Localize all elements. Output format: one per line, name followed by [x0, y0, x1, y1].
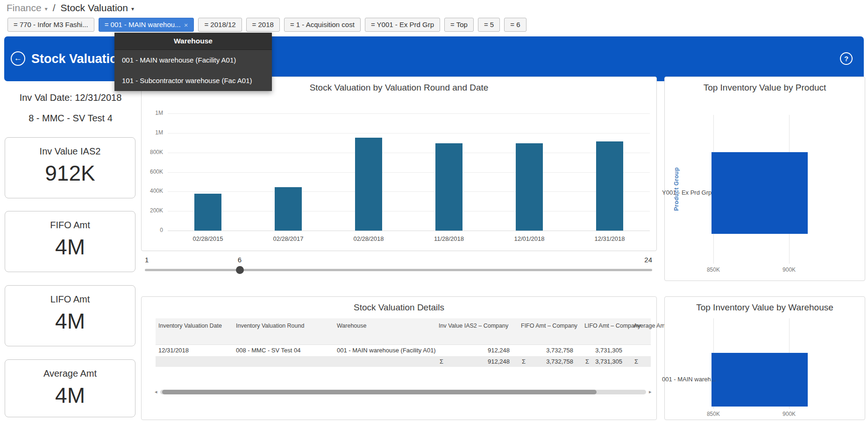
- x-axis-tick: 02/28/2017: [256, 235, 321, 242]
- chevron-down-icon[interactable]: ▾: [45, 6, 48, 12]
- filter-chip-label: = 6: [510, 18, 520, 31]
- column-header[interactable]: FIFO Amt – Company: [518, 318, 582, 344]
- column-header[interactable]: Average Amt – C: [631, 318, 651, 344]
- filter-chip[interactable]: = 770 - Infor M3 Fashi...: [7, 18, 94, 32]
- slider-handle[interactable]: [236, 266, 244, 274]
- bar-chart-plot: 850K900KY001 - Ex Prd Grp: [711, 115, 857, 283]
- breadcrumb-page[interactable]: Stock Valuation: [61, 2, 128, 14]
- table-cell: 912,248: [436, 344, 518, 356]
- bar-12/31/2018[interactable]: [596, 141, 623, 231]
- scrollbar-thumb[interactable]: [162, 390, 597, 394]
- gridline: [168, 191, 650, 192]
- totals-row: Σ912,248Σ3,732,758Σ3,731,305Σ: [156, 356, 651, 367]
- filter-chip-label: = 5: [484, 18, 494, 31]
- page-title: Stock Valuation: [31, 36, 125, 81]
- x-axis-tick: 900K: [770, 411, 808, 417]
- y-axis-tick: 1M: [142, 110, 163, 116]
- y-axis-tick: 1M: [142, 129, 163, 136]
- sigma-icon: Σ: [634, 358, 638, 365]
- bar-001 - MAIN wareh...[interactable]: [711, 353, 808, 407]
- filter-chip[interactable]: = 2018: [246, 18, 280, 32]
- filter-chip[interactable]: = 6: [504, 18, 526, 32]
- filter-chip-label: = 001 - MAIN warehou...: [105, 18, 181, 31]
- dropdown-options: 001 - MAIN warehouse (Facility A01)101 -…: [114, 50, 272, 91]
- filter-chip[interactable]: = Y001 - Ex Prd Grp: [365, 18, 440, 32]
- kpi-value: 912K: [5, 161, 135, 186]
- filter-chip[interactable]: = 5: [478, 18, 500, 32]
- gridline: [168, 172, 650, 173]
- x-axis-tick: 12/31/2018: [577, 235, 642, 242]
- chevron-down-icon[interactable]: ▾: [131, 6, 134, 12]
- bar-12/01/2018[interactable]: [516, 143, 543, 231]
- panel-top-inventory-by-warehouse: Top Inventory Value by Warehouse 850K900…: [664, 296, 865, 420]
- kpi-card-inv-value-ias2[interactable]: Inv Value IAS2912K: [5, 137, 135, 198]
- remove-filter-icon[interactable]: ×: [184, 21, 188, 28]
- column-header[interactable]: Inventory Valuation Round: [233, 318, 334, 344]
- breadcrumb-section[interactable]: Finance: [7, 2, 42, 14]
- help-button[interactable]: ?: [840, 52, 853, 65]
- totals-cell: Σ: [631, 356, 651, 367]
- range-slider: 1 6 24: [141, 254, 657, 279]
- filter-chip-bar: = 770 - Infor M3 Fashi...= 001 - MAIN wa…: [7, 18, 526, 32]
- scroll-right-icon[interactable]: ▸: [649, 389, 652, 395]
- gridline: [168, 153, 650, 153]
- kpi-label: LIFO Amt: [5, 294, 135, 305]
- scroll-left-icon[interactable]: ◂: [155, 389, 157, 395]
- kpi-value: 4M: [5, 309, 135, 334]
- filter-chip[interactable]: = 2018/12: [198, 18, 242, 32]
- filter-chip[interactable]: = 001 - MAIN warehou...×: [99, 18, 194, 32]
- kpi-label: Average Amt: [5, 368, 135, 379]
- bar-11/28/2018[interactable]: [435, 143, 462, 231]
- inv-val-date-text: Inv Val Date: 12/31/2018: [5, 92, 136, 103]
- filter-chip[interactable]: = 1 - Acquisition cost: [284, 18, 361, 32]
- column-header[interactable]: Inv Value IAS2 – Company: [436, 318, 518, 344]
- table-title: Stock Valuation Details: [142, 302, 656, 313]
- table-cell: 3,731,305: [582, 344, 631, 356]
- x-axis-tick: 900K: [770, 267, 808, 273]
- back-arrow-icon: ←: [14, 54, 22, 63]
- x-axis-tick: 850K: [695, 411, 732, 417]
- slider-min-label: 1: [145, 256, 149, 264]
- kpi-sidebar: Inv Val Date: 12/31/2018 8 - MMC - SV Te…: [5, 81, 136, 427]
- gridline: [168, 211, 650, 211]
- panel-stock-valuation-chart: Stock Valuation by Valuation Round and D…: [141, 77, 657, 251]
- bar-Y001 - Ex Prd Grp[interactable]: [711, 152, 808, 234]
- horizontal-scrollbar[interactable]: [160, 390, 646, 394]
- warehouse-dropdown: Warehouse 001 - MAIN warehouse (Facility…: [114, 33, 272, 91]
- bar-02/28/2018[interactable]: [355, 138, 382, 231]
- table-row[interactable]: 12/31/2018008 - MMC - SV Test 04001 - MA…: [156, 344, 651, 356]
- chart-title: Top Inventory Value by Product: [665, 83, 865, 93]
- category-label: Y001 - Ex Prd Grp: [662, 189, 708, 196]
- totals-cell: [156, 356, 233, 367]
- kpi-card-lifo-amt[interactable]: LIFO Amt4M: [5, 285, 135, 346]
- sigma-icon: Σ: [585, 358, 589, 365]
- chart-title: Top Inventory Value by Warehouse: [665, 302, 865, 313]
- totals-cell: Σ3,732,758: [518, 356, 582, 367]
- y-axis-tick: 400K: [142, 188, 163, 194]
- table-cell: 12/31/2018: [156, 344, 233, 356]
- bar-02/28/2017[interactable]: [275, 187, 302, 231]
- dashboard-canvas: Finance ▾ / Stock Valuation ▾ = 770 - In…: [0, 0, 868, 428]
- breadcrumb: Finance ▾ / Stock Valuation ▾: [7, 2, 134, 14]
- gridline: [168, 113, 650, 114]
- dropdown-option[interactable]: 001 - MAIN warehouse (Facility A01): [114, 50, 272, 70]
- column-header[interactable]: Inventory Valuation Date: [156, 318, 233, 344]
- y-axis-tick: 200K: [142, 207, 163, 214]
- slider-track[interactable]: [145, 269, 652, 271]
- kpi-label: FIFO Amt: [5, 220, 135, 231]
- filter-chip[interactable]: = Top: [444, 18, 474, 32]
- bar-chart-plot: 0200K400K600K800K1M1M02/28/201502/28/201…: [168, 113, 650, 231]
- totals-cell: Σ912,248: [436, 356, 518, 367]
- x-axis-tick: 02/28/2015: [175, 235, 241, 242]
- column-header[interactable]: LIFO Amt – Company: [582, 318, 631, 344]
- slider-current-label: 6: [230, 256, 249, 264]
- back-button[interactable]: ←: [11, 51, 25, 66]
- kpi-value: 4M: [5, 383, 135, 408]
- x-axis-tick: 02/28/2018: [336, 235, 401, 242]
- totals-cell: Σ3,731,305: [582, 356, 631, 367]
- dropdown-option[interactable]: 101 - Subcontractor warehouse (Fac A01): [114, 70, 272, 91]
- kpi-card-average-amt[interactable]: Average Amt4M: [5, 359, 135, 417]
- kpi-card-fifo-amt[interactable]: FIFO Amt4M: [5, 211, 135, 272]
- bar-02/28/2015[interactable]: [194, 194, 221, 231]
- column-header[interactable]: Warehouse: [334, 318, 436, 344]
